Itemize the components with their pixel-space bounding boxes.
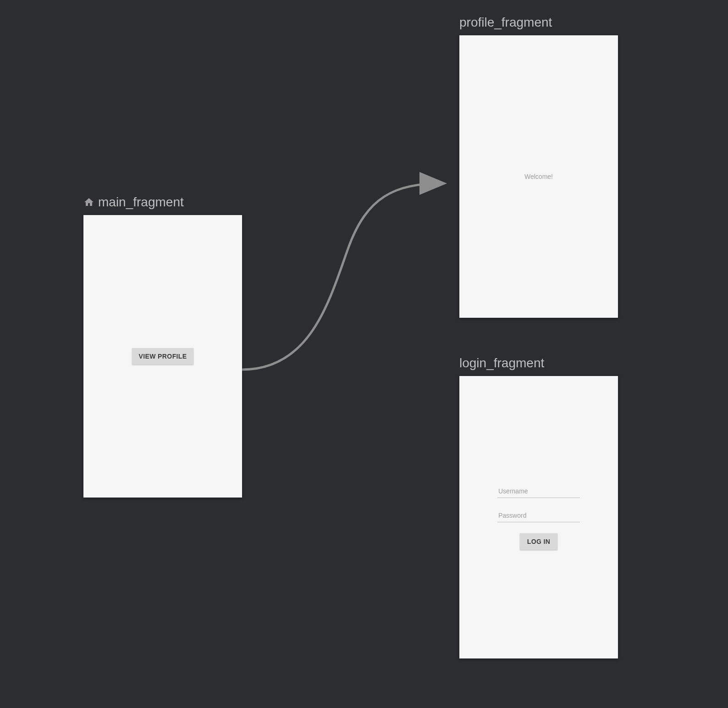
login-fragment-group: login_fragment LOG IN (459, 356, 618, 658)
password-field[interactable] (497, 509, 580, 522)
login-fragment-title-row: login_fragment (459, 356, 618, 371)
login-form: LOG IN (497, 485, 580, 550)
main-fragment-title: main_fragment (98, 195, 184, 210)
main-fragment-screen: VIEW PROFILE (83, 215, 242, 498)
main-fragment-title-row: main_fragment (83, 195, 242, 210)
login-fragment-title: login_fragment (459, 356, 544, 371)
username-field[interactable] (497, 485, 580, 498)
welcome-text: Welcome! (524, 173, 553, 180)
login-fragment-screen: LOG IN (459, 376, 618, 658)
main-fragment-group: main_fragment VIEW PROFILE (83, 195, 242, 498)
profile-fragment-group: profile_fragment Welcome! (459, 15, 618, 318)
home-icon (83, 197, 94, 208)
profile-fragment-title: profile_fragment (459, 15, 552, 30)
profile-fragment-screen: Welcome! (459, 35, 618, 318)
login-button[interactable]: LOG IN (520, 533, 558, 550)
view-profile-button[interactable]: VIEW PROFILE (132, 348, 193, 365)
profile-fragment-title-row: profile_fragment (459, 15, 618, 30)
